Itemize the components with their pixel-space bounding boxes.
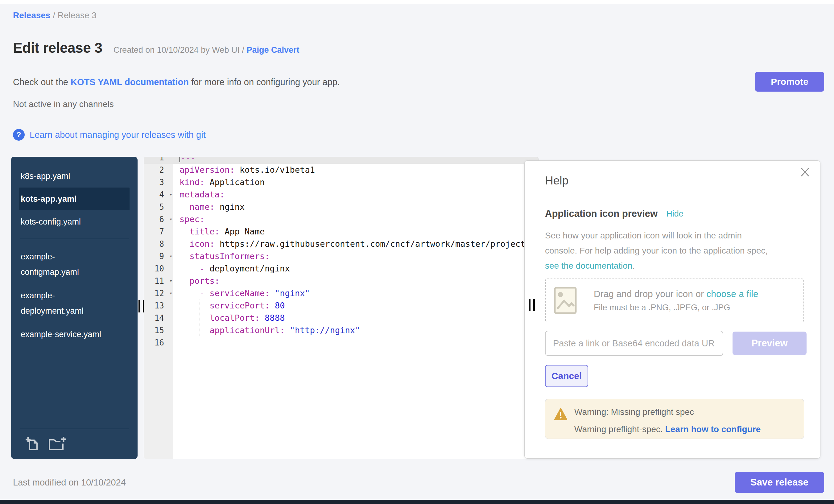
code-line[interactable]: 8 icon: https://raw.githubusercontent.co… [144, 238, 538, 250]
code-line[interactable]: 1--- [144, 157, 538, 164]
code-line[interactable]: 6▾spec: [144, 213, 538, 225]
icon-dropzone[interactable]: Drag and drop your icon or choose a file… [545, 279, 804, 322]
file-tree-item[interactable]: kots-app.yaml [19, 188, 130, 210]
code-line[interactable]: 10 - deployment/nginx [144, 262, 538, 275]
image-placeholder-icon [554, 287, 577, 314]
line-number: 15 [144, 324, 173, 336]
author-link[interactable]: Paige Calvert [246, 45, 299, 54]
fold-arrow-icon[interactable]: ▾ [169, 275, 172, 287]
line-number: 10 [144, 262, 173, 275]
yaml-editor[interactable]: 1---2apiVersion: kots.io/v1beta13kind: A… [144, 157, 539, 459]
file-tree-item[interactable]: example- configmap.yaml [19, 245, 130, 284]
fold-arrow-icon[interactable]: ▾ [169, 250, 172, 262]
breadcrumb-separator: / [50, 10, 57, 20]
line-number: 8 [144, 238, 173, 250]
line-number: 14 [144, 312, 173, 324]
page-title: Edit release 3 [13, 40, 103, 56]
code-line[interactable]: 2apiVersion: kots.io/v1beta1 [144, 164, 538, 176]
code-line[interactable]: 3kind: Application [144, 176, 538, 189]
help-resize-handle[interactable] [529, 299, 535, 311]
file-tree-item[interactable]: example- deployment.yaml [19, 284, 130, 323]
line-number: 6▾ [144, 213, 173, 225]
help-panel: Help Application icon preview Hide See h… [524, 160, 820, 459]
line-number: 9▾ [144, 250, 173, 262]
code-line[interactable]: 9▾ statusInformers: [144, 250, 538, 262]
top-header-strip [0, 0, 834, 4]
bottom-strip [0, 500, 834, 504]
title-row: Edit release 3 Created on 10/10/2024 by … [13, 40, 300, 56]
file-group: example- configmap.yamlexample- deployme… [11, 245, 137, 346]
add-file-icon[interactable] [25, 436, 40, 451]
code-line[interactable]: 12▾ - serviceName: "nginx" [144, 287, 538, 300]
intro-text: Check out the KOTS YAML documentation fo… [13, 77, 340, 87]
promote-button[interactable]: Promote [755, 72, 824, 92]
code-line[interactable]: 11▾ ports: [144, 275, 538, 287]
preflight-warning: Warning: Missing preflight spec Warning … [545, 399, 804, 439]
dropzone-filetypes: File must be a .PNG, .JPEG, or .JPG [594, 303, 759, 312]
cancel-button[interactable]: Cancel [545, 365, 588, 387]
code-line[interactable]: 5 name: nginx [144, 201, 538, 213]
channel-status: Not active in any channels [13, 99, 114, 109]
file-tree-item[interactable]: example-service.yaml [19, 323, 130, 346]
code-line[interactable]: 4▾metadata: [144, 189, 538, 201]
line-number: 5 [144, 201, 173, 213]
file-tree-actions [11, 429, 137, 459]
fold-arrow-icon[interactable]: ▾ [169, 189, 172, 201]
file-tree-item[interactable]: kots-config.yaml [19, 210, 130, 233]
file-tree-item[interactable]: k8s-app.yaml [19, 165, 130, 188]
code-line[interactable]: 7 title: App Name [144, 225, 538, 238]
breadcrumb-releases-link[interactable]: Releases [13, 10, 50, 20]
learn-configure-link[interactable]: Learn how to configure [665, 424, 761, 434]
line-number: 2 [144, 164, 173, 176]
line-number: 4▾ [144, 189, 173, 201]
text-cursor [179, 157, 180, 162]
file-tree: k8s-app.yamlkots-app.yamlkots-config.yam… [11, 157, 137, 459]
add-folder-icon[interactable] [48, 436, 67, 451]
close-icon[interactable] [798, 166, 811, 180]
see-documentation-link[interactable]: see the documentation [545, 261, 632, 270]
code-line[interactable]: 16 [144, 336, 538, 349]
warning-icon [554, 408, 568, 421]
created-info: Created on 10/10/2024 by Web UI / Paige … [113, 45, 300, 55]
breadcrumb-current: Release 3 [58, 10, 96, 20]
fold-arrow-icon[interactable]: ▾ [169, 213, 172, 225]
warning-title: Warning: Missing preflight spec [574, 407, 797, 417]
file-tree-bottom-divider [20, 429, 129, 429]
save-release-button[interactable]: Save release [735, 472, 824, 493]
line-number: 7 [144, 225, 173, 238]
question-icon: ? [13, 129, 25, 141]
indent-guide [200, 300, 200, 336]
icon-url-input[interactable] [545, 331, 723, 356]
line-number: 13 [144, 300, 173, 312]
line-number: 16 [144, 336, 173, 349]
choose-file-link[interactable]: choose a file [706, 289, 758, 299]
hide-link[interactable]: Hide [666, 209, 683, 219]
warning-detail: Warning preflight-spec. Learn how to con… [574, 424, 797, 434]
icon-preview-title: Application icon preview [545, 208, 658, 219]
file-group: k8s-app.yamlkots-app.yamlkots-config.yam… [11, 165, 137, 233]
editor-rows: 1---2apiVersion: kots.io/v1beta13kind: A… [144, 157, 538, 349]
line-number: 3 [144, 176, 173, 189]
code-line[interactable]: 14 localPort: 8888 [144, 312, 538, 324]
last-modified: Last modified on 10/10/2024 [13, 478, 126, 488]
line-number: 12▾ [144, 287, 173, 300]
git-help-row: ? Learn about managing your releases wit… [13, 129, 206, 141]
code-line[interactable]: 15 applicationUrl: "http://nginx" [144, 324, 538, 336]
breadcrumb: Releases / Release 3 [13, 10, 96, 20]
line-number: 1 [144, 157, 173, 164]
git-releases-link[interactable]: Learn about managing your releases with … [29, 130, 206, 140]
dropzone-text: Drag and drop your icon or choose a file [594, 289, 759, 299]
line-number: 11▾ [144, 275, 173, 287]
fold-arrow-icon[interactable]: ▾ [169, 287, 172, 300]
help-title: Help [545, 174, 568, 187]
code-line[interactable]: 13 servicePort: 80 [144, 300, 538, 312]
preview-button[interactable]: Preview [732, 332, 807, 355]
icon-preview-description: See how your application icon will look … [545, 228, 768, 273]
kots-yaml-docs-link[interactable]: KOTS YAML documentation [71, 77, 189, 87]
file-group-divider [20, 239, 129, 239]
